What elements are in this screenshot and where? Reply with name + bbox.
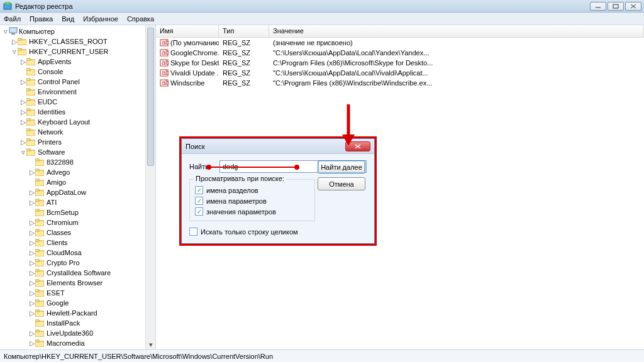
tree-twisty-icon[interactable]: ▷ (29, 269, 35, 277)
folder-icon (35, 269, 44, 277)
tree-item[interactable]: ▷AppDataLow (3, 187, 155, 197)
tree-item[interactable]: ▷Clients (3, 238, 155, 248)
svg-rect-45 (35, 219, 39, 221)
tree-item[interactable]: ▿HKEY_CURRENT_USER (3, 47, 155, 57)
menu-favorites[interactable]: Избранное (83, 15, 118, 23)
tree-item[interactable]: ▷LiveUpdate360 (3, 328, 155, 338)
maximize-button[interactable] (608, 2, 624, 11)
tree-twisty-icon[interactable]: ▷ (20, 138, 26, 146)
tree-twisty-icon[interactable]: ▷ (20, 98, 26, 106)
tree-twisty-icon[interactable]: ▷ (29, 289, 35, 297)
minimize-button[interactable] (590, 2, 606, 11)
tree-item[interactable]: ▷Google (3, 298, 155, 308)
tree-scrollbar[interactable]: ▴ ▾ (145, 25, 155, 349)
tree-twisty-icon[interactable]: ▷ (29, 199, 35, 207)
tree-item[interactable]: ▷Printers (3, 137, 155, 147)
tree-item[interactable]: ▷Advego (3, 167, 155, 177)
string-value-icon: ab (160, 69, 169, 77)
window-title: Редактор реестра (15, 3, 590, 10)
tree-item[interactable]: Amigo (3, 177, 155, 187)
tree-twisty-icon[interactable]: ▷ (29, 349, 35, 350)
tree-item[interactable]: InstallPack (3, 318, 155, 328)
tree-twisty-icon[interactable]: ▷ (29, 239, 35, 247)
tree-twisty-icon[interactable]: ▿ (20, 148, 26, 156)
tree-item[interactable]: 8322898 (3, 157, 155, 167)
scroll-down-icon[interactable]: ▾ (146, 339, 155, 349)
tree-item[interactable]: ▷Mail.Ru (3, 348, 155, 349)
chk-data[interactable] (195, 207, 203, 216)
col-name[interactable]: Имя (156, 25, 219, 37)
tree-twisty-icon[interactable]: ▷ (29, 168, 35, 177)
tree-item[interactable]: ▷ATI (3, 197, 155, 207)
tree-item[interactable]: ▷Crypto Pro (3, 258, 155, 268)
tree-twisty-icon[interactable]: ▷ (29, 339, 35, 348)
tree-item-label: Hewlett-Packard (45, 309, 97, 317)
tree-item[interactable]: ▿Software (3, 147, 155, 157)
tree-item[interactable]: Network (3, 127, 155, 137)
tree-item[interactable]: ▷AppEvents (3, 57, 155, 67)
list-row[interactable]: abSkype for DesktopREG_SZC:\Program File… (156, 58, 644, 68)
chk-values[interactable] (195, 197, 203, 205)
tree-item[interactable]: ▷Elements Browser (3, 278, 155, 288)
tree-item[interactable]: ▷ESET (3, 288, 155, 298)
tree-item[interactable]: ▷Classes (3, 228, 155, 238)
menu-edit[interactable]: Правка (30, 15, 53, 23)
menu-view[interactable]: Вид (62, 15, 74, 23)
value-name: GoogleChrome... (170, 49, 219, 57)
cancel-button[interactable]: Отмена (318, 177, 365, 190)
tree-item[interactable]: ▷Identities (3, 107, 155, 117)
tree-twisty-icon[interactable]: ▷ (29, 329, 35, 337)
tree-item[interactable]: ▷EUDC (3, 97, 155, 107)
tree-item[interactable]: ▷Hewlett-Packard (3, 308, 155, 318)
tree-item[interactable]: Console (3, 67, 155, 77)
svg-rect-51 (35, 250, 39, 251)
tree-twisty-icon[interactable]: ▷ (29, 309, 35, 317)
tree-item[interactable]: ▷Macromedia (3, 338, 155, 348)
list-row[interactable]: abVivaldi Update ...REG_SZ"C:\Users\Ксюш… (156, 68, 644, 78)
tree-twisty-icon[interactable]: ▷ (20, 78, 26, 86)
col-value[interactable]: Значение (269, 25, 644, 37)
tree-twisty-icon[interactable]: ▿ (11, 48, 18, 56)
list-row[interactable]: ab(По умолчанию)REG_SZ(значение не присв… (156, 38, 644, 48)
tree-item[interactable]: Environment (3, 87, 155, 97)
tree-item[interactable]: ▷HKEY_CLASSES_ROOT (3, 36, 155, 47)
chk-whole-string[interactable] (189, 228, 197, 236)
tree-item[interactable]: BcmSetup (3, 207, 155, 217)
close-button[interactable] (625, 2, 641, 11)
menu-file[interactable]: Файл (4, 15, 21, 23)
col-type[interactable]: Тип (219, 25, 269, 37)
tree-twisty-icon[interactable]: ▷ (29, 189, 35, 197)
folder-icon (18, 38, 26, 45)
tree-twisty-icon[interactable]: ▷ (20, 58, 26, 66)
tree-twisty-icon[interactable]: ▷ (20, 118, 26, 126)
tree-twisty-icon[interactable]: ▷ (29, 279, 35, 287)
value-data: "C:\Users\Ксюша\AppData\Local\Yandex\Yan… (269, 49, 644, 57)
tree-item[interactable]: ▷CrystalIdea Software (3, 268, 155, 278)
find-next-button[interactable]: Найти далее (318, 160, 365, 173)
tree-item[interactable]: ▷Keyboard Layout (3, 117, 155, 127)
tree-root[interactable]: ▿ Компьютер (3, 26, 155, 36)
tree-item[interactable]: ▷Control Panel (3, 77, 155, 87)
tree-twisty-icon[interactable]: ▷ (29, 299, 35, 307)
tree-twisty-icon[interactable]: ▷ (29, 249, 35, 257)
folder-icon (26, 78, 35, 85)
tree-twisty-icon[interactable]: ▷ (20, 108, 26, 116)
tree-item[interactable]: ▷Chromium (3, 217, 155, 228)
tree-item[interactable]: ▷CloudMosa (3, 248, 155, 258)
svg-rect-59 (35, 290, 39, 292)
scroll-thumb[interactable] (147, 28, 154, 166)
tree-twisty-icon[interactable]: ▷ (29, 229, 35, 237)
tree-twisty-icon[interactable]: ▷ (29, 219, 35, 227)
svg-rect-63 (35, 310, 39, 312)
chk-keys[interactable] (195, 186, 203, 194)
tree-item-label: ATI (45, 199, 57, 206)
svg-text:ab: ab (162, 79, 169, 86)
tree-item-label: Console (36, 68, 63, 75)
menu-help[interactable]: Справка (127, 15, 154, 23)
tree-twisty-icon[interactable]: ▷ (29, 259, 35, 267)
list-row[interactable]: abGoogleChrome...REG_SZ"C:\Users\Ксюша\A… (156, 48, 644, 58)
list-row[interactable]: abWindscribeREG_SZ"C:\Program Files (x86… (156, 78, 644, 88)
tree-twisty-icon[interactable]: ▷ (11, 38, 18, 46)
svg-rect-29 (26, 139, 30, 141)
folder-icon (26, 148, 35, 156)
